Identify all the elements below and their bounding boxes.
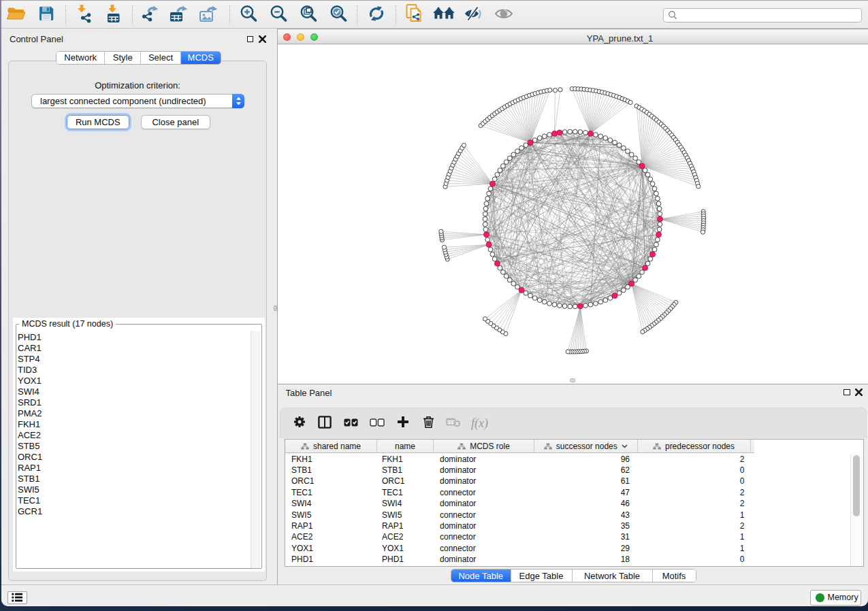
list-item[interactable]: CAR1 (18, 343, 242, 354)
list-item[interactable]: RAP1 (18, 463, 242, 474)
list-item[interactable]: YOX1 (18, 376, 242, 386)
traffic-minimize-button[interactable] (297, 33, 305, 42)
table-scrollbar[interactable] (850, 454, 863, 567)
table-row[interactable]: FKH1FKH1dominator962 (285, 454, 863, 465)
zoom-in-button[interactable] (236, 3, 261, 27)
refresh-button[interactable] (364, 3, 389, 27)
search-box[interactable] (663, 8, 862, 23)
tab-node-table[interactable]: Node Table (451, 569, 511, 582)
zoom-fit-button[interactable] (296, 3, 321, 27)
table-cell: 0 (638, 554, 751, 565)
function-builder-button[interactable]: f(x) (470, 413, 490, 433)
table-cell: 2 (638, 521, 751, 531)
list-item[interactable]: FKH1 (18, 419, 242, 430)
task-history-button[interactable] (7, 591, 27, 605)
tab-mcds[interactable]: MCDS (181, 52, 221, 64)
column-header-successor-nodes[interactable]: successor nodes (534, 440, 638, 452)
table-row[interactable]: PHD1PHD1dominator180 (285, 554, 863, 565)
mcds-result-list: PHD1CAR1STP4TID3YOX1SWI4SRD1PMA2FKH1ACE2… (18, 332, 242, 517)
table-cell: connector (434, 531, 534, 542)
delete-table-button[interactable] (443, 413, 464, 433)
clone-network-button[interactable] (402, 3, 427, 27)
list-item[interactable]: STB5 (18, 441, 242, 452)
column-header-MCDS-role[interactable]: MCDS role (434, 440, 534, 452)
add-button[interactable] (393, 413, 413, 433)
list-item[interactable]: TID3 (18, 365, 242, 376)
mcds-result-title: MCDS result (17 nodes) (19, 319, 116, 329)
list-item[interactable]: PMA2 (18, 408, 242, 419)
tab-select[interactable]: Select (141, 52, 181, 64)
list-item[interactable]: SRD1 (18, 397, 242, 408)
table-cell: connector (434, 487, 534, 498)
horizontal-splitter-handle[interactable] (570, 378, 575, 382)
table-row[interactable]: TEC1TEC1connector472 (285, 487, 863, 498)
table-cell: YOX1 (285, 543, 377, 554)
hide-details-button[interactable] (462, 3, 486, 27)
open-folder-button[interactable] (4, 3, 29, 27)
list-item[interactable]: TEC1 (18, 495, 242, 506)
export-table-button[interactable] (167, 3, 191, 27)
close-table-panel-icon[interactable] (855, 389, 863, 396)
save-button[interactable] (34, 3, 59, 27)
float-table-panel-icon[interactable] (843, 389, 850, 396)
gear-button[interactable] (289, 413, 310, 433)
float-panel-icon[interactable] (247, 36, 254, 43)
network-view-frame: YPA_prune.txt_1 (278, 29, 868, 384)
traffic-close-button[interactable] (283, 33, 291, 42)
table-row[interactable]: ACE2ACE2connector311 (285, 531, 863, 542)
table-cell: 61 (534, 476, 638, 486)
list-item[interactable]: PHD1 (18, 332, 242, 343)
select-all-button[interactable] (341, 413, 361, 433)
tab-edge-table[interactable]: Edge Table (511, 569, 573, 582)
list-item[interactable]: ACE2 (18, 430, 242, 441)
close-panel-button[interactable]: Close panel (141, 115, 211, 129)
tab-network[interactable]: Network (57, 52, 105, 64)
criterion-select[interactable]: largest connected component (undirected) (31, 94, 244, 108)
run-mcds-button[interactable]: Run MCDS (67, 115, 130, 129)
delete-button[interactable] (419, 413, 439, 433)
network-frame-titlebar: YPA_prune.txt_1 (278, 30, 868, 44)
table-row[interactable]: SWI4SWI4dominator462 (285, 498, 863, 509)
application-window: Control Panel Optimization criterion: la… (1, 0, 868, 606)
zoom-out-button[interactable] (266, 3, 291, 27)
table-row[interactable]: SWI5SWI5connector431 (285, 509, 863, 520)
export-image-button[interactable] (197, 3, 221, 27)
tab-network-table[interactable]: Network Table (573, 569, 653, 582)
export-network-button[interactable] (138, 3, 163, 27)
network-canvas[interactable] (278, 45, 868, 384)
table-scrollbar-thumb[interactable] (853, 455, 860, 516)
show-details-button[interactable] (492, 3, 516, 27)
result-list-scrollbar[interactable] (251, 331, 260, 568)
table-cell: 29 (534, 543, 638, 554)
close-panel-icon[interactable] (259, 35, 266, 43)
import-table-button[interactable] (101, 3, 126, 27)
table-row[interactable]: YOX1YOX1connector291 (285, 543, 863, 554)
tab-motifs[interactable]: Motifs (653, 569, 696, 582)
table-cell: 62 (534, 465, 638, 476)
list-item[interactable]: ORC1 (18, 452, 242, 463)
memory-button[interactable]: Memory (810, 590, 861, 606)
columns-button[interactable] (315, 413, 335, 433)
optimization-criterion-label: Optimization criterion: (9, 80, 266, 90)
vertical-splitter-handle[interactable] (274, 306, 278, 311)
table-row[interactable]: ORC1ORC1dominator610 (285, 476, 863, 486)
home-button[interactable] (432, 3, 456, 27)
list-item[interactable]: GCR1 (18, 506, 242, 517)
list-item[interactable]: STP4 (18, 354, 242, 365)
table-row[interactable]: STB1STB1dominator620 (285, 465, 863, 476)
column-header-shared-name[interactable]: shared name (285, 440, 377, 452)
search-input[interactable] (677, 9, 861, 22)
select-all-icon (344, 417, 358, 429)
tab-style[interactable]: Style (105, 52, 141, 64)
table-toolbar: f(x) (280, 408, 867, 438)
column-header-name[interactable]: name (377, 440, 434, 452)
traffic-zoom-button[interactable] (310, 33, 319, 42)
column-header-predecessor-nodes[interactable]: predecessor nodes (638, 440, 751, 452)
table-row[interactable]: RAP1RAP1dominator352 (285, 521, 863, 531)
zoom-selected-button[interactable] (326, 3, 351, 27)
deselect-all-button[interactable] (367, 413, 387, 433)
list-item[interactable]: SWI4 (18, 386, 242, 397)
list-item[interactable]: STB1 (18, 474, 242, 484)
list-item[interactable]: SWI5 (18, 484, 242, 495)
import-network-button[interactable] (72, 3, 97, 27)
